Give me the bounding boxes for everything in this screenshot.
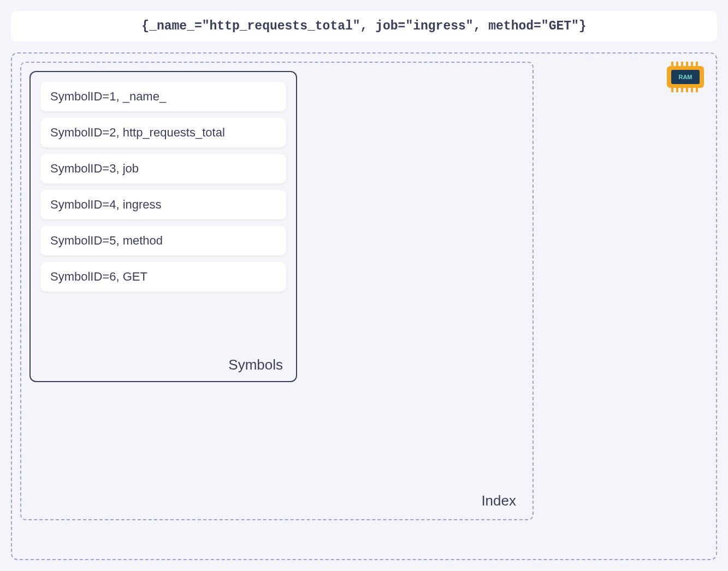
ram-icon: RAM [666, 62, 705, 94]
symbol-item: SymbolID=5, method [40, 226, 286, 255]
svg-rect-1 [676, 62, 678, 67]
query-bar: {_name_="http_requests_total", job="ingr… [11, 11, 717, 41]
symbol-text: SymbolID=2, http_requests_total [50, 126, 225, 139]
symbol-item: SymbolID=2, http_requests_total [40, 118, 286, 147]
svg-rect-11 [681, 87, 683, 92]
svg-text:RAM: RAM [678, 74, 692, 80]
svg-rect-14 [696, 87, 698, 92]
index-container: SymbolID=1, _name_ SymbolID=2, http_requ… [20, 62, 534, 520]
symbol-text: SymbolID=3, job [50, 162, 139, 175]
symbol-item: SymbolID=4, ingress [40, 190, 286, 219]
svg-rect-2 [681, 62, 683, 67]
symbols-container: SymbolID=1, _name_ SymbolID=2, http_requ… [29, 71, 297, 382]
svg-rect-0 [671, 62, 673, 67]
svg-rect-3 [686, 62, 688, 67]
svg-rect-9 [671, 87, 673, 92]
svg-rect-5 [696, 62, 698, 67]
symbol-text: SymbolID=6, GET [50, 270, 147, 283]
svg-rect-4 [691, 62, 693, 67]
svg-rect-12 [686, 87, 688, 92]
symbol-item: SymbolID=3, job [40, 154, 286, 183]
symbol-text: SymbolID=5, method [50, 234, 163, 247]
symbol-text: SymbolID=4, ingress [50, 198, 162, 211]
svg-rect-10 [676, 87, 678, 92]
query-text: {_name_="http_requests_total", job="ingr… [141, 19, 586, 33]
outer-container: RAM SymbolID=1, _name_ SymbolID=2, http_… [11, 52, 717, 560]
symbols-label: Symbols [228, 356, 283, 373]
symbol-item: SymbolID=6, GET [40, 262, 286, 292]
index-label: Index [481, 492, 516, 509]
symbol-text: SymbolID=1, _name_ [50, 90, 166, 103]
symbol-item: SymbolID=1, _name_ [40, 82, 286, 111]
svg-rect-13 [691, 87, 693, 92]
